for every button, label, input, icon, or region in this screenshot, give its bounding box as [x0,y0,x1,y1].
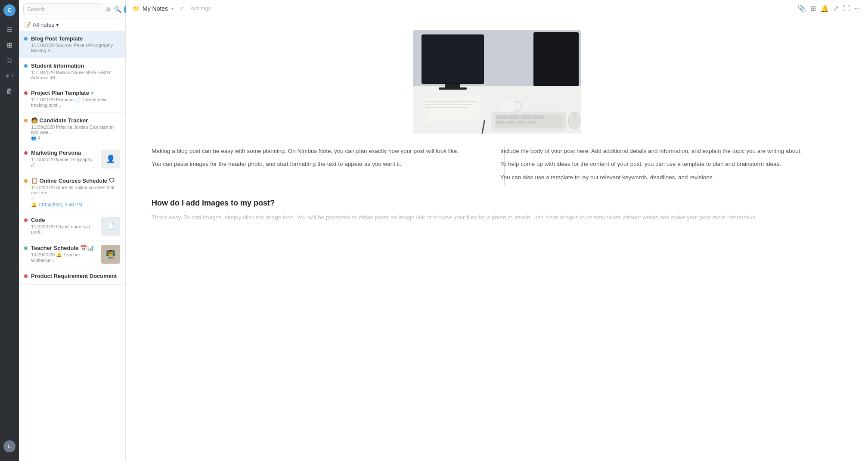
note-date: 11/05/2020 Name: Biography 🖊 ... [31,157,98,167]
notes-list: Blog Post Template 11/10/2020 Source: Pe… [19,31,125,461]
note-item-code[interactable]: Code 11/02/2020 Object code is a porti..… [19,212,125,240]
content-col-left: Making a blog post can be easy with some… [152,146,493,186]
note-item-marketing-persona[interactable]: Marketing Persona 11/05/2020 Name: Biogr… [19,145,125,173]
svg-rect-7 [534,33,578,85]
note-title: Student Information [31,62,120,69]
note-dot [24,37,28,40]
note-item-product-req[interactable]: Product Requirement Document [19,268,125,285]
svg-rect-20 [496,121,505,124]
grid-icon[interactable]: ⊞ [3,38,16,52]
expand-icon[interactable]: ⛶ [843,5,850,12]
note-dot [24,91,28,95]
note-thumbnail: 📄 [101,217,120,236]
trash-nav-icon[interactable]: 🗑 [3,84,16,98]
toolbar-right: 📎 ⊞ 🔔 ⤢ ⛶ ⋯ [797,4,861,12]
note-content: Student Information 11/10/2020 Basics Na… [31,62,120,81]
main-toolbar: 📁 My Notes ▾ 🏷 Add tags 📎 ⊞ 🔔 ⤢ ⛶ ⋯ [126,0,868,17]
notebook-folder-icon: 📁 [133,5,140,12]
notebook-name[interactable]: My Notes [143,5,168,12]
note-icons: 👥4 [31,136,120,140]
note-content: Project Plan Template ✔ 11/10/2020 Purpo… [31,90,120,108]
note-check: ✔ [90,90,94,96]
search-input[interactable] [23,3,103,15]
note-reminder: 🔔 11/04/2020, 3:46 PM [31,202,120,208]
note-content: Marketing Persona 11/05/2020 Name: Biogr… [31,150,98,168]
all-notes-filter[interactable]: 📝 All notes ▾ [24,22,59,28]
note-item-project-plan[interactable]: Project Plan Template ✔ 11/10/2020 Purpo… [19,85,125,113]
note-dot [24,119,28,122]
note-thumbnail: 👨‍🏫 [101,245,120,264]
note-item-online-courses[interactable]: 📋 Online Courses Schedule 🛡 11/02/2020 S… [19,173,125,212]
search-icon[interactable]: 🔍 [114,6,121,13]
note-thumbnail: 👤 [101,150,120,168]
note-dot [24,179,28,183]
note-title: 🧑 Candidate Tracker [31,117,120,124]
images-section-body: That's easy. To add images, simply click… [152,213,842,222]
more-options-icon[interactable]: ⋯ [854,4,861,12]
note-date: 11/10/2020 Source: Pexels/Picography Mak… [31,43,120,53]
share-icon[interactable]: ⤢ [833,4,839,12]
note-title: Code [31,217,98,223]
svg-rect-19 [533,115,544,119]
svg-point-13 [499,95,515,99]
note-content: Blog Post Template 11/10/2020 Source: Pe… [31,35,120,53]
svg-rect-8 [424,95,481,122]
content-col-right: Include the body of your post here. Add … [500,146,842,186]
header-image [413,30,581,134]
note-dot [24,64,28,68]
note-title: Project Plan Template ✔ [31,90,120,96]
attachment-icon[interactable]: 📎 [797,4,806,12]
layout-icon[interactable]: ⊞ [810,4,816,12]
note-dot [24,218,28,222]
svg-rect-22 [517,121,525,124]
note-title: Product Requirement Document [31,273,120,279]
note-dot [24,274,28,278]
svg-rect-11 [425,107,468,108]
add-tags-button[interactable]: Add tags [190,6,211,12]
note-date: 11/10/2020 Purpose 📄 Create new tracking… [31,97,120,108]
note-content: Code 11/02/2020 Object code is a porti..… [31,217,98,235]
note-content-area: Making a blog post can be easy with some… [126,17,868,461]
notes-filter-bar: 📝 All notes ▾ [19,19,125,31]
avatar-bottom[interactable]: L [3,440,16,452]
note-content: 🧑 Candidate Tracker 11/09/2020 Priscilla… [31,117,120,140]
search-bar: ⚙ 🔍 + [19,0,125,19]
toolbar-left: 📁 My Notes ▾ 🏷 Add tags [133,5,794,12]
note-item-blog-post[interactable]: Blog Post Template 11/10/2020 Source: Pe… [19,31,125,58]
tag-nav-icon[interactable]: 🏷 [3,69,16,83]
left-col-text: Making a blog post can be easy with some… [152,146,493,169]
note-title: 📋 Online Courses Schedule 🛡 [31,178,120,184]
svg-rect-5 [439,87,467,90]
note-title: Marketing Persona [31,150,98,156]
sidebar-icons: C ☰ ⊞ 🗂 🏷 🗑 L [0,0,19,461]
note-item-student-info[interactable]: Student Information 11/10/2020 Basics Na… [19,58,125,85]
svg-rect-16 [496,115,507,119]
folder-nav-icon[interactable]: 🗂 [3,53,16,67]
note-content: Product Requirement Document [31,273,120,280]
desk-scene-svg [413,30,581,134]
menu-icon[interactable]: ☰ [3,22,16,36]
notification-icon[interactable]: 🔔 [820,4,829,12]
right-col-text: Include the body of your post here. Add … [500,146,842,182]
main-area: 📁 My Notes ▾ 🏷 Add tags 📎 ⊞ 🔔 ⤢ ⛶ ⋯ [126,0,868,461]
two-col-content: Making a blog post can be easy with some… [152,146,842,186]
note-content: Teacher Schedule 📅📊 10/29/2020 🔔 Teacher… [31,245,98,263]
note-item-teacher-schedule[interactable]: Teacher Schedule 📅📊 10/29/2020 🔔 Teacher… [19,240,125,268]
svg-rect-23 [527,121,536,124]
svg-rect-18 [521,115,532,119]
note-title: Blog Post Template [31,35,120,42]
note-item-candidate-tracker[interactable]: 🧑 Candidate Tracker 11/09/2020 Priscilla… [19,113,125,145]
filter-icon[interactable]: ⚙ [106,6,112,13]
note-title: Teacher Schedule 📅📊 [31,245,98,251]
note-date: 11/02/2020 Object code is a porti... [31,224,98,234]
svg-rect-21 [506,121,515,124]
svg-rect-3 [422,35,483,83]
note-content: 📋 Online Courses Schedule 🛡 11/02/2020 S… [31,178,120,208]
note-dot [24,246,28,250]
svg-rect-9 [425,101,477,102]
note-dot [24,151,28,155]
note-date: 11/10/2020 Basics Name MIKE GRAY Address… [31,70,120,80]
avatar-top[interactable]: C [3,4,16,16]
header-image-container [152,30,842,134]
notebook-dropdown-arrow[interactable]: ▾ [171,6,174,11]
